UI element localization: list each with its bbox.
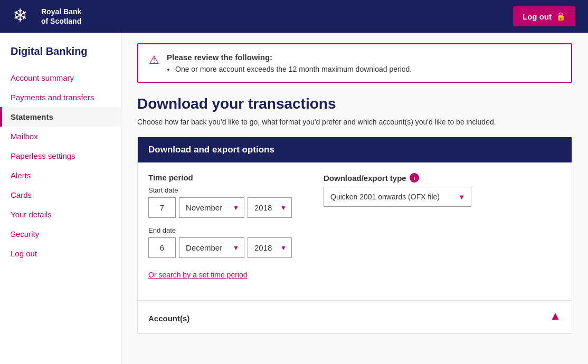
panel-header: Download and export options	[138, 137, 572, 162]
layout: Digital Banking Account summary Payments…	[0, 33, 588, 364]
alert-body: One or more account exceeds the 12 month…	[167, 65, 412, 73]
end-month-select[interactable]: January February March April May June Ju…	[179, 237, 244, 258]
form-row-main: Time period Start date January February …	[148, 173, 561, 258]
sidebar-item-alerts[interactable]: Alerts	[0, 166, 121, 185]
sidebar-nav: Account summary Payments and transfers S…	[0, 68, 121, 263]
start-day-input[interactable]	[148, 197, 176, 218]
sidebar-link-account-summary[interactable]: Account summary	[0, 68, 121, 88]
alert-message: One or more account exceeds the 12 month…	[175, 65, 412, 73]
export-type-section: Download/export type i Quicken 2001 onwa…	[324, 173, 471, 258]
start-date-label: Start date	[148, 186, 292, 194]
export-select-wrapper: Quicken 2001 onwards (OFX file) Microsof…	[324, 187, 471, 207]
options-panel: Download and export options Time period …	[137, 137, 572, 334]
sidebar-item-paperless-settings[interactable]: Paperless settings	[0, 146, 121, 166]
time-period-section: Time period Start date January February …	[148, 173, 292, 258]
logout-button[interactable]: Log out 🔒	[513, 6, 575, 26]
lock-icon: 🔒	[556, 12, 566, 21]
export-type-label: Download/export type i	[324, 173, 471, 183]
logo-area: ❄ Royal Bank of Scotland	[13, 4, 81, 30]
sidebar-item-payments-transfers[interactable]: Payments and transfers	[0, 88, 121, 107]
accounts-warning-icon: ▲	[549, 309, 561, 323]
start-month-wrapper: January February March April May June Ju…	[179, 197, 244, 218]
header: ❄ Royal Bank of Scotland Log out 🔒	[0, 0, 588, 33]
end-date-label: End date	[148, 226, 292, 234]
end-year-wrapper: 2015 2016 2017 2018 2019 ▼	[248, 237, 292, 258]
alert-box: ⚠ Please review the following: One or mo…	[137, 43, 572, 83]
sidebar-link-paperless-settings[interactable]: Paperless settings	[0, 146, 121, 166]
export-type-select[interactable]: Quicken 2001 onwards (OFX file) Microsof…	[324, 187, 471, 207]
info-icon[interactable]: i	[410, 173, 419, 183]
accounts-section: Account(s) ▲	[138, 309, 572, 333]
sidebar-link-cards[interactable]: Cards	[0, 185, 121, 205]
start-year-wrapper: 2015 2016 2017 2018 2019 ▼	[248, 197, 292, 218]
main-content: ⚠ Please review the following: One or mo…	[121, 33, 588, 364]
sidebar-item-statements[interactable]: Statements	[0, 107, 121, 127]
sidebar-item-security[interactable]: Security	[0, 224, 121, 244]
sidebar-link-security[interactable]: Security	[0, 224, 121, 244]
sidebar-item-log-out[interactable]: Log out	[0, 244, 121, 263]
alert-title: Please review the following:	[167, 53, 412, 62]
logout-label: Log out	[523, 12, 552, 21]
rbs-logo-icon: ❄	[13, 4, 36, 30]
end-day-input[interactable]	[148, 237, 176, 258]
start-month-select[interactable]: January February March April May June Ju…	[179, 197, 244, 218]
sidebar-item-mailbox[interactable]: Mailbox	[0, 127, 121, 146]
sidebar-item-cards[interactable]: Cards	[0, 185, 121, 205]
logo-text: Royal Bank of Scotland	[41, 7, 81, 26]
alert-content: Please review the following: One or more…	[167, 53, 412, 73]
search-time-period-link[interactable]: Or search by a set time period	[148, 271, 248, 279]
sidebar-link-payments-transfers[interactable]: Payments and transfers	[0, 88, 121, 107]
page-title: Download your transactions	[137, 95, 572, 112]
sidebar-link-your-details[interactable]: Your details	[0, 205, 121, 224]
end-date-inputs: January February March April May June Ju…	[148, 237, 292, 258]
accounts-label: Account(s)	[148, 314, 189, 323]
sidebar-item-account-summary[interactable]: Account summary	[0, 68, 121, 88]
page-description: Choose how far back you'd like to go, wh…	[137, 118, 533, 126]
start-date-inputs: January February March April May June Ju…	[148, 197, 292, 218]
sidebar-link-statements[interactable]: Statements	[0, 107, 121, 127]
svg-text:❄: ❄	[13, 5, 27, 25]
panel-body: Time period Start date January February …	[138, 162, 572, 298]
sidebar: Digital Banking Account summary Payments…	[0, 33, 121, 364]
form-divider	[138, 300, 572, 301]
sidebar-link-alerts[interactable]: Alerts	[0, 166, 121, 185]
end-year-select[interactable]: 2015 2016 2017 2018 2019	[248, 237, 292, 258]
time-period-label: Time period	[148, 173, 292, 182]
sidebar-link-mailbox[interactable]: Mailbox	[0, 127, 121, 146]
end-month-wrapper: January February March April May June Ju…	[179, 237, 244, 258]
sidebar-title: Digital Banking	[0, 45, 121, 68]
alert-icon: ⚠	[149, 53, 159, 67]
sidebar-link-log-out[interactable]: Log out	[0, 244, 121, 263]
sidebar-item-your-details[interactable]: Your details	[0, 205, 121, 224]
start-year-select[interactable]: 2015 2016 2017 2018 2019	[248, 197, 292, 218]
